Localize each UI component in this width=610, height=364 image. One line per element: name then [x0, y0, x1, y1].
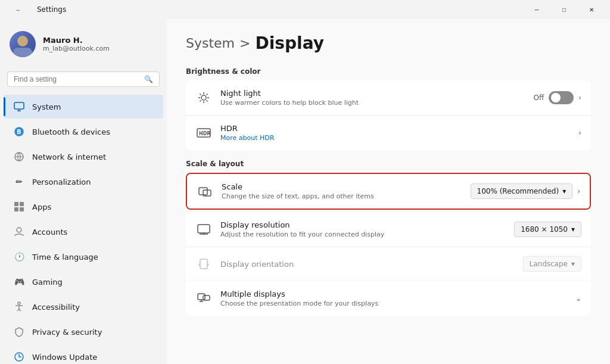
sidebar-item-update[interactable]: Windows Update — [4, 345, 163, 364]
maximize-button[interactable]: □ — [550, 0, 578, 19]
sidebar-item-system[interactable]: System — [4, 95, 163, 119]
titlebar: ← Settings ─ □ ✕ — [0, 0, 610, 19]
time-icon: 🕐 — [13, 251, 25, 263]
breadcrumb: System — [186, 36, 235, 51]
user-section: Mauro H. m_lab@outlook.com — [0, 24, 167, 64]
search-icon: 🔍 — [144, 75, 153, 83]
sidebar-item-label: Gaming — [32, 278, 63, 287]
scale-icon — [197, 183, 213, 200]
dropdown-arrow: ▾ — [571, 260, 575, 268]
multiple-displays-row[interactable]: Multiple displays Choose the presentatio… — [186, 281, 591, 316]
app-body: Mauro H. m_lab@outlook.com 🔍 System — [0, 19, 610, 364]
user-email: m_lab@outlook.com — [43, 45, 110, 52]
close-button[interactable]: ✕ — [578, 0, 605, 19]
accounts-icon — [13, 226, 25, 238]
night-light-row[interactable]: Night light Use warmer colors to help bl… — [186, 80, 591, 116]
svg-text:B: B — [17, 129, 21, 135]
orientation-text: Display orientation — [220, 260, 515, 269]
sidebar-item-label: Bluetooth & devices — [32, 127, 110, 136]
gaming-icon: 🎮 — [13, 276, 25, 288]
night-light-text: Night light Use warmer colors to help bl… — [220, 89, 525, 107]
chevron-icon: › — [578, 94, 581, 102]
minimize-button[interactable]: ─ — [523, 0, 550, 19]
sidebar-item-apps[interactable]: Apps — [4, 195, 163, 219]
orientation-dropdown[interactable]: Landscape ▾ — [523, 256, 582, 272]
hdr-desc[interactable]: More about HDR — [220, 134, 570, 142]
orientation-title: Display orientation — [220, 260, 515, 269]
hdr-title: HDR — [220, 124, 570, 133]
sidebar-item-gaming[interactable]: 🎮 Gaming — [4, 270, 163, 294]
orientation-row[interactable]: Display orientation Landscape ▾ — [186, 247, 591, 281]
titlebar-title: Settings — [37, 5, 66, 14]
sidebar-item-personalization[interactable]: ✏️ Personalization — [4, 170, 163, 194]
sidebar-item-network[interactable]: Network & internet — [4, 145, 163, 169]
search-box[interactable]: 🔍 — [7, 71, 160, 87]
scale-section-label: Scale & layout — [186, 160, 591, 168]
night-light-icon — [195, 89, 212, 106]
sidebar-item-label: Privacy & security — [32, 328, 102, 337]
night-light-toggle[interactable] — [549, 91, 574, 104]
resolution-control: 1680 × 1050 ▾ — [514, 222, 581, 237]
hdr-row[interactable]: HDR HDR More about HDR › — [186, 116, 591, 150]
multiple-displays-title: Multiple displays — [220, 290, 567, 298]
svg-line-21 — [207, 94, 208, 95]
resolution-dropdown[interactable]: 1680 × 1050 ▾ — [514, 222, 581, 237]
multiple-displays-control: ⌄ — [575, 294, 581, 303]
user-name: Mauro H. — [43, 36, 110, 45]
scale-row[interactable]: Scale Change the size of text, apps, and… — [187, 174, 590, 209]
orientation-icon — [195, 256, 212, 272]
svg-point-12 — [18, 302, 20, 304]
sidebar-item-accessibility[interactable]: Accessibility — [4, 295, 163, 319]
resolution-desc: Adjust the resolution to fit your connec… — [220, 231, 506, 238]
svg-line-22 — [200, 101, 201, 102]
resolution-icon — [195, 221, 212, 238]
avatar — [10, 31, 36, 57]
sidebar-item-label: Accessibility — [32, 303, 80, 312]
hdr-icon: HDR — [195, 125, 212, 141]
multiple-displays-text: Multiple displays Choose the presentatio… — [220, 290, 567, 307]
svg-line-20 — [207, 101, 208, 102]
sidebar-item-label: Accounts — [32, 228, 67, 237]
page-title: Display — [255, 33, 323, 53]
resolution-row[interactable]: Display resolution Adjust the resolution… — [186, 212, 591, 247]
update-icon — [13, 351, 25, 363]
night-light-control: Off › — [533, 91, 581, 104]
resolution-value: 1680 × 1050 — [521, 225, 568, 234]
user-info: Mauro H. m_lab@outlook.com — [43, 36, 110, 52]
hdr-control: › — [578, 129, 581, 137]
scale-row-highlighted: Scale Change the size of text, apps, and… — [186, 173, 591, 210]
system-icon — [13, 101, 25, 113]
scale-value: 100% (Recommended) — [477, 187, 559, 195]
night-light-desc: Use warmer colors to help block blue lig… — [220, 99, 525, 107]
scale-desc: Change the size of text, apps, and other… — [222, 192, 462, 200]
sidebar: Mauro H. m_lab@outlook.com 🔍 System — [0, 19, 167, 364]
sidebar-item-time[interactable]: 🕐 Time & language — [4, 245, 163, 269]
svg-rect-27 — [198, 225, 210, 233]
svg-rect-10 — [20, 207, 24, 211]
layout-card: Display resolution Adjust the resolution… — [186, 212, 591, 316]
search-input[interactable] — [14, 75, 139, 83]
personalization-icon: ✏️ — [13, 176, 25, 188]
sidebar-item-label: System — [32, 102, 61, 111]
multiple-displays-desc: Choose the presentation mode for your di… — [220, 300, 567, 307]
multiple-displays-icon — [195, 290, 212, 307]
brightness-section-label: Brightness & color — [186, 67, 591, 76]
back-button[interactable]: ← — [5, 0, 32, 19]
sidebar-item-label: Personalization — [32, 178, 91, 186]
sidebar-item-privacy[interactable]: Privacy & security — [4, 320, 163, 344]
svg-rect-31 — [198, 294, 205, 300]
orientation-control: Landscape ▾ — [523, 256, 582, 272]
scale-control: 100% (Recommended) ▾ › — [471, 183, 580, 199]
network-icon — [13, 151, 25, 163]
scale-text: Scale Change the size of text, apps, and… — [222, 182, 462, 200]
sidebar-item-bluetooth[interactable]: B Bluetooth & devices — [4, 120, 163, 144]
scale-title: Scale — [222, 182, 462, 191]
chevron-icon: › — [577, 187, 580, 195]
sidebar-item-accounts[interactable]: Accounts — [4, 220, 163, 244]
scale-dropdown[interactable]: 100% (Recommended) ▾ — [471, 183, 573, 199]
page-header: System > Display — [186, 33, 591, 53]
titlebar-controls: ─ □ ✕ — [523, 0, 605, 19]
svg-rect-30 — [200, 259, 207, 269]
main-content: System > Display Brightness & color — [167, 19, 610, 364]
resolution-title: Display resolution — [220, 220, 506, 229]
